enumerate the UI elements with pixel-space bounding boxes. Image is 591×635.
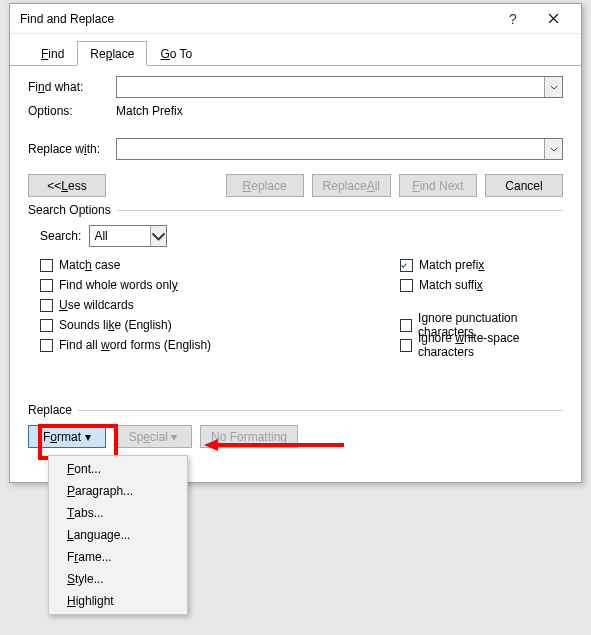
menu-style[interactable]: Style... bbox=[49, 568, 187, 590]
tab-find[interactable]: Find bbox=[28, 41, 77, 66]
sounds-like-checkbox[interactable]: Sounds like (English) bbox=[40, 315, 400, 335]
dialog-title: Find and Replace bbox=[20, 12, 493, 26]
options-label: Options: bbox=[28, 104, 116, 118]
match-suffix-checkbox[interactable]: Match suffix bbox=[400, 275, 563, 295]
ignore-whitespace-checkbox[interactable]: Ignore white-space characters bbox=[400, 335, 563, 355]
no-formatting-button[interactable]: No Formatting bbox=[200, 425, 298, 448]
search-direction-select[interactable]: All bbox=[89, 225, 167, 247]
help-button[interactable]: ? bbox=[493, 5, 533, 33]
less-button[interactable]: << Less bbox=[28, 174, 106, 197]
chevron-down-icon bbox=[151, 232, 166, 241]
whole-words-checkbox[interactable]: Find whole words only bbox=[40, 275, 400, 295]
match-case-checkbox[interactable]: Match case bbox=[40, 255, 400, 275]
titlebar: Find and Replace ? bbox=[10, 4, 581, 34]
find-replace-dialog: Find and Replace ? Find Replace Go To Fi… bbox=[9, 3, 582, 483]
search-options-label: Search Options bbox=[28, 203, 117, 217]
menu-highlight[interactable]: Highlight bbox=[49, 590, 187, 612]
menu-font[interactable]: Font... bbox=[49, 458, 187, 480]
close-button[interactable] bbox=[533, 5, 573, 33]
replace-all-button[interactable]: Replace All bbox=[312, 174, 391, 197]
menu-tabs[interactable]: Tabs... bbox=[49, 502, 187, 524]
chevron-down-icon bbox=[550, 147, 558, 152]
menu-paragraph[interactable]: Paragraph... bbox=[49, 480, 187, 502]
cancel-button[interactable]: Cancel bbox=[485, 174, 563, 197]
format-dropdown-menu: Font... Paragraph... Tabs... Language...… bbox=[48, 455, 188, 615]
tab-strip: Find Replace Go To bbox=[10, 40, 581, 66]
wildcards-checkbox[interactable]: Use wildcards bbox=[40, 295, 400, 315]
find-next-button[interactable]: Find Next bbox=[399, 174, 477, 197]
chevron-down-icon bbox=[550, 85, 558, 90]
menu-frame[interactable]: Frame... bbox=[49, 546, 187, 568]
find-what-input[interactable] bbox=[116, 76, 563, 98]
format-button[interactable]: Format▾ bbox=[28, 425, 106, 448]
search-direction-label: Search: bbox=[40, 229, 81, 243]
replace-with-label: Replace with: bbox=[28, 142, 116, 156]
find-what-dropdown[interactable] bbox=[544, 77, 562, 97]
replace-section-label: Replace bbox=[28, 403, 78, 417]
special-button[interactable]: Special ▾ bbox=[114, 425, 192, 448]
match-prefix-checkbox[interactable]: Match prefix bbox=[400, 255, 563, 275]
replace-button[interactable]: Replace bbox=[226, 174, 304, 197]
options-value: Match Prefix bbox=[116, 104, 183, 118]
replace-with-dropdown[interactable] bbox=[544, 139, 562, 159]
close-icon bbox=[548, 13, 559, 24]
tab-goto[interactable]: Go To bbox=[147, 41, 205, 66]
tab-replace[interactable]: Replace bbox=[77, 41, 147, 66]
menu-language[interactable]: Language... bbox=[49, 524, 187, 546]
find-what-label: Find what: bbox=[28, 80, 116, 94]
replace-with-input[interactable] bbox=[116, 138, 563, 160]
word-forms-checkbox[interactable]: Find all word forms (English) bbox=[40, 335, 400, 355]
